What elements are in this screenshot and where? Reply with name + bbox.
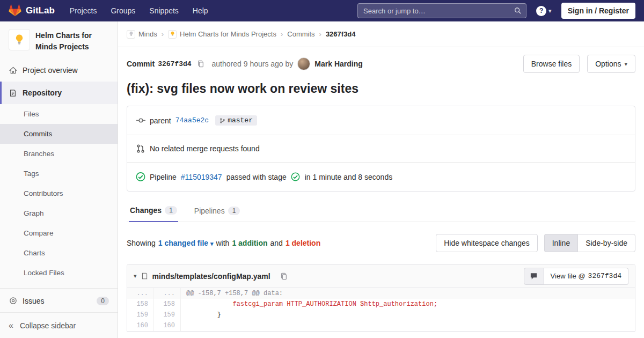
sidebar-item-compare[interactable]: Compare: [0, 223, 118, 243]
view-file-button[interactable]: View file @ 3267f3d4: [544, 268, 628, 285]
author-name[interactable]: Mark Harding: [314, 60, 362, 68]
breadcrumb-item-group[interactable]: Minds: [127, 30, 157, 39]
new-line-number[interactable]: 160: [154, 320, 181, 331]
issues-count-badge: 0: [97, 297, 109, 305]
diff-file-path[interactable]: minds/templates/configMap.yaml: [152, 272, 270, 281]
tab-pipelines[interactable]: Pipelines 1: [193, 200, 241, 222]
sidebar-item-commits[interactable]: Commits: [0, 124, 118, 144]
commit-title: (fix): svg files now work on review site…: [127, 82, 635, 96]
sidebar-item-issues[interactable]: Issues 0: [0, 288, 118, 313]
search-input[interactable]: [362, 6, 514, 16]
copy-sha-button[interactable]: [195, 60, 207, 68]
parent-row: parent 74aa5e2c master: [127, 106, 635, 135]
collapse-diff-icon[interactable]: ▾: [134, 273, 137, 280]
lightbulb-icon: [13, 34, 25, 46]
parent-label: parent: [150, 116, 171, 125]
breadcrumb-item-commits[interactable]: Commits: [287, 30, 314, 38]
hide-whitespace-button[interactable]: Hide whitespace changes: [436, 234, 538, 252]
browse-files-button[interactable]: Browse files: [523, 55, 580, 73]
tab-label: Changes: [130, 206, 162, 215]
breadcrumb-item-sha: 3267f3d4: [326, 30, 356, 38]
top-navbar: GitLab Projects Groups Snippets Help ? ▾…: [0, 0, 644, 21]
issues-icon: [9, 297, 17, 305]
commit-icon: [136, 116, 145, 125]
sidebar-item-project-overview[interactable]: Project overview: [0, 59, 118, 82]
project-context-header[interactable]: Helm Charts for Minds Projects: [0, 21, 118, 59]
branch-icon: [219, 117, 225, 124]
no-merge-requests-text: No related merge requests found: [150, 144, 260, 153]
old-line-number[interactable]: 158: [127, 299, 154, 310]
changes-count-badge: 1: [165, 206, 177, 215]
repository-icon: [9, 89, 17, 97]
side-by-side-view-button[interactable]: Side-by-side: [577, 234, 635, 252]
pipeline-row: Pipeline #115019347 passed with stage in…: [127, 162, 635, 191]
diff-file-box: ▾ minds/templates/configMap.yaml View fi…: [127, 264, 635, 332]
nav-item-snippets[interactable]: Snippets: [149, 6, 178, 15]
diff-line-row: 158 158 fastcgi_param HTTP_AUTHORIZATION…: [127, 299, 635, 310]
help-menu[interactable]: ? ▾: [536, 6, 552, 16]
file-icon: [141, 272, 148, 280]
code-line: [181, 320, 635, 331]
new-line-number[interactable]: 158: [154, 299, 181, 310]
tab-changes[interactable]: Changes 1: [129, 200, 178, 222]
sidebar-item-branches[interactable]: Branches: [0, 144, 118, 164]
old-line-number: ...: [127, 288, 154, 299]
tab-label: Pipelines: [194, 207, 225, 215]
changed-files-dropdown[interactable]: 1 changed file ▾: [158, 239, 214, 247]
sidebar-item-repository[interactable]: Repository: [0, 82, 118, 104]
stage-status-icon[interactable]: [291, 172, 301, 181]
sidebar-item-label: Project overview: [23, 66, 78, 75]
gitlab-brand[interactable]: GitLab: [9, 4, 55, 17]
authored-text: authored 9 hours ago by: [212, 60, 294, 68]
pipeline-status-icon[interactable]: [136, 172, 145, 182]
home-icon: [9, 67, 17, 75]
copy-file-path-button[interactable]: [278, 273, 290, 280]
nav-item-groups[interactable]: Groups: [111, 6, 135, 15]
diff-line-row: 160 160: [127, 320, 635, 331]
diff-line-row: 159 159 }: [127, 310, 635, 320]
comment-icon: [530, 272, 538, 280]
parent-sha-link[interactable]: 74aa5e2c: [175, 116, 209, 124]
group-avatar: [127, 30, 135, 39]
top-nav-menu: Projects Groups Snippets Help: [70, 6, 208, 15]
project-title: Helm Charts for Minds Projects: [35, 29, 109, 53]
pipeline-id-link[interactable]: #115019347: [181, 173, 222, 181]
sidebar-item-graph[interactable]: Graph: [0, 203, 118, 223]
sidebar-item-files[interactable]: Files: [0, 104, 118, 124]
and-label: and: [270, 239, 283, 247]
sign-in-button[interactable]: Sign in / Register: [561, 3, 635, 19]
deletions-count: 1 deletion: [286, 239, 320, 247]
with-label: with: [216, 239, 229, 247]
breadcrumb-item-project[interactable]: Helm Charts for Minds Projects: [168, 30, 276, 39]
showing-label: Showing: [127, 239, 156, 247]
nav-item-projects[interactable]: Projects: [70, 6, 97, 15]
search-icon: [514, 7, 522, 14]
sidebar-item-tags[interactable]: Tags: [0, 164, 118, 183]
commit-info-box: parent 74aa5e2c master No related merge …: [127, 106, 635, 192]
inline-view-button[interactable]: Inline: [544, 234, 577, 252]
global-search[interactable]: [357, 3, 526, 18]
collapse-label: Collapse sidebar: [20, 321, 76, 330]
collapse-icon: «: [9, 321, 13, 330]
old-line-number[interactable]: 160: [127, 320, 154, 331]
merge-request-icon: [136, 144, 145, 153]
new-line-number[interactable]: 159: [154, 310, 181, 320]
collapse-sidebar-button[interactable]: « Collapse sidebar: [0, 312, 118, 338]
diff-table: ... ... @@ -158,7 +158,7 @@ data: 158 15…: [127, 288, 635, 331]
options-dropdown[interactable]: Options ▾: [587, 55, 635, 73]
view-file-sha: 3267f3d4: [588, 272, 621, 280]
commit-sha: 3267f3d4: [158, 60, 191, 68]
sidebar-item-contributors[interactable]: Contributors: [0, 183, 118, 203]
hunk-header-text: @@ -158,7 +158,7 @@ data:: [181, 288, 635, 299]
nav-item-help[interactable]: Help: [193, 6, 208, 15]
sidebar-item-label: Issues: [23, 297, 44, 305]
comment-on-file-button[interactable]: [524, 268, 544, 285]
commit-meta-row: Commit 3267f3d4 authored 9 hours ago by …: [118, 47, 644, 76]
branch-badge[interactable]: master: [215, 115, 257, 126]
sidebar-item-locked-files[interactable]: Locked Files: [0, 263, 118, 283]
old-line-number[interactable]: 159: [127, 310, 154, 320]
author-avatar[interactable]: [297, 57, 310, 70]
view-file-label: View file @: [551, 272, 586, 280]
sidebar-item-charts[interactable]: Charts: [0, 243, 118, 263]
main-content: Minds › Helm Charts for Minds Projects ›…: [118, 0, 644, 332]
